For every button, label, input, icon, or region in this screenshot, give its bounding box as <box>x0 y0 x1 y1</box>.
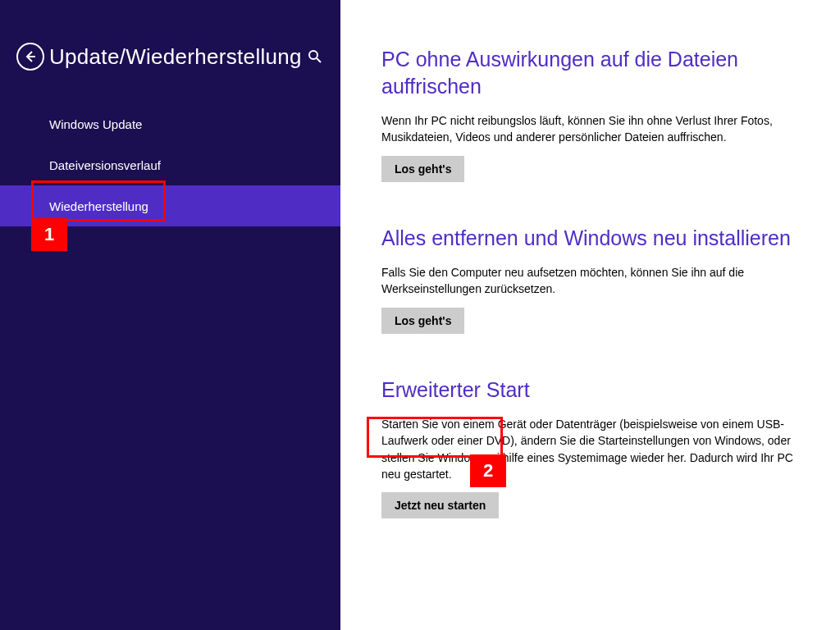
back-button[interactable] <box>16 43 44 71</box>
sidebar-item-label: Dateiversionsverlauf <box>49 158 161 172</box>
page-title: Update/Wiederherstellung <box>49 44 302 70</box>
sidebar-item-file-history[interactable]: Dateiversionsverlauf <box>0 144 340 185</box>
reset-button[interactable]: Los geht's <box>381 308 464 334</box>
section-heading: PC ohne Auswirkungen auf die Dateien auf… <box>381 46 807 99</box>
section-body: Starten Sie von einem Gerät oder Datentr… <box>381 416 807 482</box>
sidebar-header: Update/Wiederherstellung <box>0 0 340 71</box>
restart-now-button[interactable]: Jetzt neu starten <box>381 492 499 518</box>
section-heading: Erweiterter Start <box>381 377 807 404</box>
sidebar-item-label: Windows Update <box>49 117 142 131</box>
sidebar-item-label: Wiederherstellung <box>49 199 148 213</box>
section-advanced-startup: Erweiterter Start Starten Sie von einem … <box>381 377 807 519</box>
section-body: Wenn Ihr PC nicht reibungslos läuft, kön… <box>381 112 807 146</box>
section-heading: Alles entfernen und Windows neu installi… <box>381 225 807 252</box>
svg-line-2 <box>317 58 321 62</box>
arrow-left-icon <box>23 49 38 64</box>
svg-point-1 <box>309 51 317 59</box>
sidebar: Update/Wiederherstellung Windows Update … <box>0 0 340 630</box>
refresh-button[interactable]: Los geht's <box>381 156 464 182</box>
sidebar-nav: Windows Update Dateiversionsverlauf Wied… <box>0 103 340 226</box>
section-body: Falls Sie den Computer neu aufsetzen möc… <box>381 264 807 298</box>
search-icon[interactable] <box>307 48 323 65</box>
sidebar-item-recovery[interactable]: Wiederherstellung <box>0 185 340 226</box>
main-panel: PC ohne Auswirkungen auf die Dateien auf… <box>340 0 840 630</box>
sidebar-item-windows-update[interactable]: Windows Update <box>0 103 340 144</box>
section-refresh: PC ohne Auswirkungen auf die Dateien auf… <box>381 46 807 182</box>
section-reset: Alles entfernen und Windows neu installi… <box>381 225 807 334</box>
